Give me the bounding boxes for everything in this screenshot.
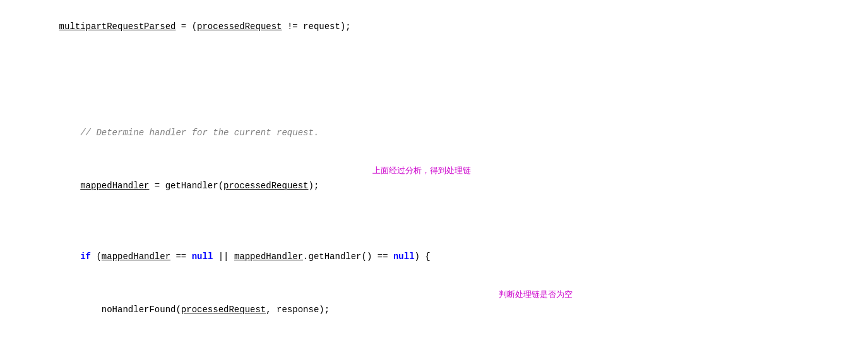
code-line-if-null: if (mappedHandler == null || mappedHandl… <box>0 230 868 283</box>
code-container: multipartRequestParsed = (processedReque… <box>0 0 868 364</box>
code-line-1: multipartRequestParsed = (processedReque… <box>0 0 868 53</box>
annotation-check-empty: 判断处理链是否为空 <box>499 286 573 303</box>
code-line-comment-1: // Determine handler for the current req… <box>0 106 868 159</box>
code-line-no-handler: noHandlerFound(processedRequest, respons… <box>0 283 868 354</box>
annotation-handler-chain: 上面经过分析，得到处理链 <box>372 162 471 179</box>
code-line-return: return; <box>0 354 868 364</box>
code-line-blank-1 <box>0 53 868 106</box>
code-line-mapped-handler: mappedHandler = getHandler(processedRequ… <box>0 159 868 230</box>
